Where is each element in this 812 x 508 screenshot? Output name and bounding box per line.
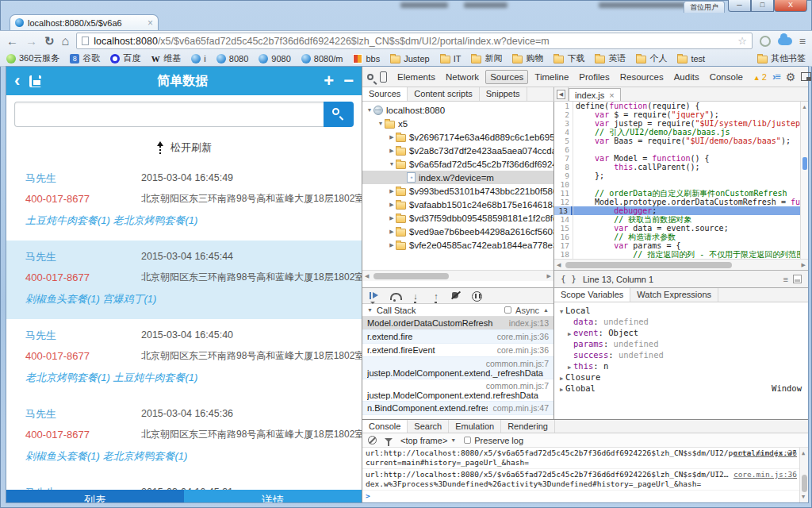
devtools-tab-sources[interactable]: Sources [485, 70, 528, 84]
minus-icon[interactable] [343, 70, 354, 92]
frame-location[interactable]: index.js:13 [509, 318, 549, 328]
bookmark-item[interactable]: IT [440, 54, 462, 64]
order-phone[interactable]: 400-017-8677 [25, 350, 90, 362]
bookmark-item[interactable]: 个人 [636, 52, 667, 64]
scope-section[interactable]: ▶Closure [554, 371, 808, 383]
devtools-tab-elements[interactable]: Elements [393, 70, 439, 84]
line-number[interactable]: 9 [554, 171, 573, 180]
statusbar-panel-icon[interactable] [793, 275, 802, 283]
collapsed-arrow-icon[interactable]: ▶ [388, 242, 396, 248]
sources-tab-snippets[interactable]: Snippets [480, 87, 527, 101]
collapsed-arrow-icon[interactable]: ▶ [388, 188, 396, 194]
order-customer-name[interactable]: 马先生 [25, 329, 56, 341]
file-tab-close-icon[interactable] [609, 90, 614, 100]
frame-location[interactable]: core.min.js:36 [497, 345, 549, 355]
console-tab-console[interactable]: Console [362, 420, 408, 433]
menu-icon[interactable] [799, 35, 806, 48]
filter-icon[interactable] [385, 438, 393, 442]
forward-icon[interactable] [25, 35, 37, 47]
devtools-tab-network[interactable]: Network [442, 70, 483, 84]
editor-vscrollbar[interactable]: ▲ [800, 102, 808, 259]
line-number[interactable]: 12 [554, 198, 573, 206]
tree-item[interactable]: ▶$v2a8c73d7df2e423aa5aea074ccdac15a$ [362, 144, 553, 157]
scroll-up-icon[interactable] [543, 307, 549, 313]
tree-item[interactable]: ▶$ved9ae7b6beeb44298a2616cf560841b0 [362, 225, 553, 238]
console-tab-emulation[interactable]: Emulation [449, 420, 501, 433]
bottom-tab-1[interactable]: 详情 [184, 490, 362, 502]
frame-location[interactable]: common.min.js:7 [367, 381, 549, 391]
order-card[interactable]: 马先生2015-03-04 16:45:44400-017-8677北京朝阳区东… [6, 241, 362, 319]
collapsed-arrow-icon[interactable]: ▶ [388, 202, 396, 208]
address-bar[interactable]: localhost:8080/x5/$v6a65fad72d5c45c2b7f3… [76, 33, 753, 49]
bookmark-item[interactable]: 新闻 [471, 52, 502, 64]
preserve-log-checkbox[interactable] [464, 437, 471, 444]
bookmark-item[interactable]: 下载 [553, 52, 584, 64]
tab-close-icon[interactable] [147, 19, 153, 27]
statusbar-menu-icon[interactable] [783, 275, 788, 284]
file-tab-indexjs[interactable]: index.js [569, 88, 621, 101]
console-prompt[interactable]: > [362, 491, 808, 501]
window-titlebar[interactable]: 首位用户 ─ □ X [0, 0, 812, 14]
cloud-extension-icon[interactable] [778, 37, 792, 45]
order-customer-name[interactable]: 马先生 [25, 172, 56, 184]
line-number[interactable]: 5 [554, 137, 573, 145]
async-checkbox[interactable] [504, 306, 511, 314]
console-drawer-icon[interactable] [772, 71, 780, 83]
tree-item[interactable]: ▶$vafaabb1501c24e68b175e164618a0b9e [362, 198, 553, 211]
tree-item[interactable]: ▼$v6a65fad72d5c45c2b7f36d6df6924226$ [362, 157, 553, 171]
navigator-hscrollbar[interactable]: ◀ ▶ [362, 270, 553, 281]
step-over-icon[interactable] [389, 291, 400, 301]
frame-location[interactable]: common.min.js:7 [367, 359, 549, 368]
order-customer-name[interactable]: 马先生 [25, 408, 56, 420]
callstack-header[interactable]: Call Stack Async [362, 304, 553, 317]
tree-item[interactable]: ▶$v26967174e63a46d889c6c1eb695177b5 [362, 130, 553, 144]
collapsed-arrow-icon[interactable]: ▶ [388, 229, 396, 235]
devtools-tab-resources[interactable]: Resources [616, 70, 668, 84]
source-link[interactable]: core.min.js:36 [733, 470, 797, 479]
bookmark-item[interactable]: Justep [390, 54, 429, 64]
other-bookmarks-button[interactable]: 其他书签 [757, 52, 806, 64]
close-button[interactable]: X [774, 0, 807, 12]
line-number[interactable]: 10 [554, 180, 573, 189]
order-phone[interactable]: 400-017-8677 [25, 193, 90, 205]
order-items[interactable]: 老北京烤鸭套餐(1) 土豆炖牛肉套餐(1) [25, 371, 355, 385]
devtools-tab-audits[interactable]: Audits [670, 70, 703, 84]
expanded-arrow-icon[interactable]: ▼ [388, 161, 396, 167]
scope-section[interactable]: ▶GlobalWindow [554, 383, 808, 394]
line-number[interactable]: 15 [554, 224, 573, 233]
collapsed-arrow-icon[interactable]: ▶ [388, 215, 396, 221]
expanded-arrow-icon[interactable]: ▼ [366, 107, 373, 113]
bookmark-item[interactable]: 9080 [259, 54, 290, 64]
line-number[interactable]: 17 [554, 241, 573, 250]
dock-side-icon[interactable] [801, 72, 811, 81]
callstack-frame[interactable]: r.extend.fireEventcore.min.js:36 [362, 344, 553, 357]
line-number[interactable]: 4 [554, 128, 573, 137]
sources-tab-sources[interactable]: Sources [362, 87, 408, 101]
bottom-tab-0[interactable]: 列表 [6, 490, 184, 502]
inspect-icon[interactable] [367, 74, 373, 80]
callstack-frame[interactable]: common.min.js:7justep.ModelComponent.ext… [362, 379, 553, 402]
collapsed-arrow-icon[interactable]: ▶ [388, 148, 396, 154]
profile-button[interactable]: 首位用户 [684, 1, 725, 13]
scope-tab-scope-variables[interactable]: Scope Variables [554, 288, 630, 302]
callstack-frame[interactable]: common.min.js:7justep.ModelComponent.ext… [362, 357, 553, 379]
order-card[interactable]: 马先生2015-03-04 16:45:40400-017-8677北京朝阳区东… [6, 319, 362, 398]
bookmark-item[interactable]: 谷歌 [70, 52, 100, 64]
bookmark-item[interactable]: 8080 [216, 54, 248, 64]
order-card[interactable]: 马先生2015-03-04 16:45:49400-017-8677北京朝阳区东… [6, 162, 362, 241]
warning-count-badge[interactable]: 2 [753, 72, 767, 82]
minimize-button[interactable]: ─ [728, 0, 751, 12]
console-tab-rendering[interactable]: Rendering [501, 420, 555, 433]
scope-tab-watch-expressions[interactable]: Watch Expressions [630, 288, 718, 302]
tree-item[interactable]: ▶$v993bed53101b4743bbc221b0f5809d41 [362, 184, 553, 198]
line-number[interactable]: 18 [554, 250, 573, 259]
line-number[interactable]: 1 [554, 102, 573, 110]
bookmark-item[interactable]: 英语 [595, 52, 626, 64]
bookmark-item[interactable]: 8080/m [301, 54, 343, 64]
maximize-button[interactable]: □ [751, 0, 774, 12]
frame-location[interactable]: comp.min.js:47 [492, 403, 549, 413]
extension-icon[interactable] [760, 36, 771, 47]
line-number[interactable]: 7 [554, 154, 573, 163]
home-icon[interactable] [62, 35, 70, 48]
pretty-print-icon[interactable] [561, 274, 576, 284]
